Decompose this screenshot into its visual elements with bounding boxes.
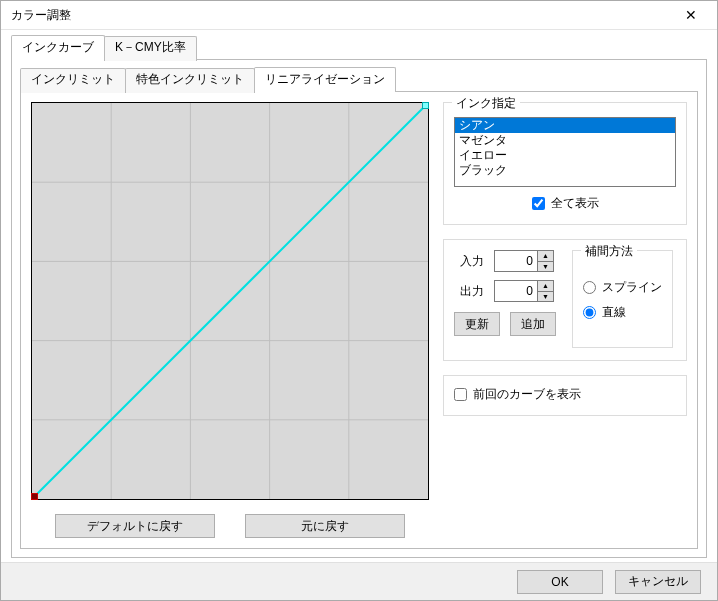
left-column: デフォルトに戻す 元に戻す xyxy=(31,102,429,538)
tab-k-cmy-ratio[interactable]: K－CMY比率 xyxy=(104,36,197,61)
output-field[interactable] xyxy=(494,280,538,302)
update-button[interactable]: 更新 xyxy=(454,312,500,336)
output-label: 出力 xyxy=(454,283,484,300)
list-item-label: ブラック xyxy=(459,163,507,177)
sub-tabs: インクリミット 特色インクリミット リニアライゼーション xyxy=(20,66,698,92)
radio-label: 直線 xyxy=(602,304,626,321)
main-tab-pane: インクリミット 特色インクリミット リニアライゼーション xyxy=(11,60,707,558)
checkbox-label: 前回のカーブを表示 xyxy=(473,386,581,403)
ink-item-cyan[interactable]: シアン xyxy=(455,118,675,133)
control-point-start[interactable] xyxy=(31,493,38,500)
show-all-checkbox[interactable] xyxy=(532,197,545,210)
spinner-arrows: ▲ ▼ xyxy=(538,250,554,272)
radio-spline[interactable] xyxy=(583,281,596,294)
group-legend: インク指定 xyxy=(452,95,520,112)
content-area: インクカーブ K－CMY比率 インクリミット 特色インクリミット リニアライゼー… xyxy=(1,30,717,562)
ink-item-yellow[interactable]: イエロー xyxy=(455,148,675,163)
input-field[interactable] xyxy=(494,250,538,272)
ok-button[interactable]: OK xyxy=(517,570,603,594)
control-point-end[interactable] xyxy=(422,102,429,109)
curve-line-cyan xyxy=(32,103,428,499)
input-label: 入力 xyxy=(454,253,484,270)
dialog-window: カラー調整 ✕ インクカーブ K－CMY比率 インクリミット 特色インクリミット xyxy=(0,0,718,601)
sub-tab-pane: デフォルトに戻す 元に戻す インク指定 シアン xyxy=(20,92,698,549)
spinner-arrows: ▲ ▼ xyxy=(538,280,554,302)
tab-label: インクリミット xyxy=(31,72,115,86)
list-item-label: イエロー xyxy=(459,148,507,162)
dialog-footer: OK キャンセル xyxy=(1,562,717,600)
ink-item-magenta[interactable]: マゼンタ xyxy=(455,133,675,148)
tab-ink-curve[interactable]: インクカーブ xyxy=(11,35,105,60)
interpolation-group: 補間方法 スプライン 直線 xyxy=(572,250,673,348)
list-item-label: シアン xyxy=(459,118,495,132)
prev-curve-group: 前回のカーブを表示 xyxy=(443,375,687,416)
group-legend: 補間方法 xyxy=(581,243,637,260)
button-label: 元に戻す xyxy=(301,518,349,535)
input-spinner[interactable]: ▲ ▼ xyxy=(494,250,554,272)
radio-line[interactable] xyxy=(583,306,596,319)
titlebar: カラー調整 ✕ xyxy=(1,1,717,30)
tab-label: K－CMY比率 xyxy=(115,40,186,54)
io-group: 入力 ▲ ▼ 出力 xyxy=(443,239,687,361)
io-fields: 入力 ▲ ▼ 出力 xyxy=(454,250,556,336)
button-label: キャンセル xyxy=(628,573,688,590)
radio-spline-row: スプライン xyxy=(583,279,662,296)
output-spinner[interactable]: ▲ ▼ xyxy=(494,280,554,302)
right-column: インク指定 シアン マゼンタ イエロー xyxy=(443,102,687,538)
radio-line-row: 直線 xyxy=(583,304,662,321)
main-tabs: インクカーブ K－CMY比率 xyxy=(11,34,707,60)
revert-button[interactable]: 元に戻す xyxy=(245,514,405,538)
default-button[interactable]: デフォルトに戻す xyxy=(55,514,215,538)
tab-label: 特色インクリミット xyxy=(136,72,244,86)
button-label: 追加 xyxy=(521,316,545,333)
chevron-up-icon[interactable]: ▲ xyxy=(538,280,554,291)
prev-curve-checkbox[interactable] xyxy=(454,388,467,401)
tab-spot-ink-limit[interactable]: 特色インクリミット xyxy=(125,68,255,93)
radio-label: スプライン xyxy=(602,279,662,296)
tab-label: リニアライゼーション xyxy=(265,72,385,86)
prev-curve-row: 前回のカーブを表示 xyxy=(454,386,676,403)
tab-ink-limit[interactable]: インクリミット xyxy=(20,68,126,93)
close-button[interactable]: ✕ xyxy=(671,1,711,29)
chevron-up-icon[interactable]: ▲ xyxy=(538,250,554,261)
output-row: 出力 ▲ ▼ xyxy=(454,280,556,302)
window-title: カラー調整 xyxy=(11,7,71,24)
add-button[interactable]: 追加 xyxy=(510,312,556,336)
ink-spec-group: インク指定 シアン マゼンタ イエロー xyxy=(443,102,687,225)
curve-graph[interactable] xyxy=(31,102,429,500)
list-item-label: マゼンタ xyxy=(459,133,507,147)
tab-linearization[interactable]: リニアライゼーション xyxy=(254,67,396,92)
show-all-row: 全て表示 xyxy=(454,195,676,212)
tab-label: インクカーブ xyxy=(22,40,94,54)
graph-button-row: デフォルトに戻す 元に戻す xyxy=(31,514,429,538)
chevron-down-icon[interactable]: ▼ xyxy=(538,291,554,303)
checkbox-label: 全て表示 xyxy=(551,195,599,212)
input-row: 入力 ▲ ▼ xyxy=(454,250,556,272)
ink-listbox[interactable]: シアン マゼンタ イエロー ブラック xyxy=(454,117,676,187)
chevron-down-icon[interactable]: ▼ xyxy=(538,261,554,273)
close-icon: ✕ xyxy=(685,7,697,23)
cancel-button[interactable]: キャンセル xyxy=(615,570,701,594)
button-label: OK xyxy=(551,575,568,589)
ink-item-black[interactable]: ブラック xyxy=(455,163,675,178)
io-button-row: 更新 追加 xyxy=(454,312,556,336)
graph-svg xyxy=(32,103,428,499)
button-label: デフォルトに戻す xyxy=(87,518,183,535)
button-label: 更新 xyxy=(465,316,489,333)
